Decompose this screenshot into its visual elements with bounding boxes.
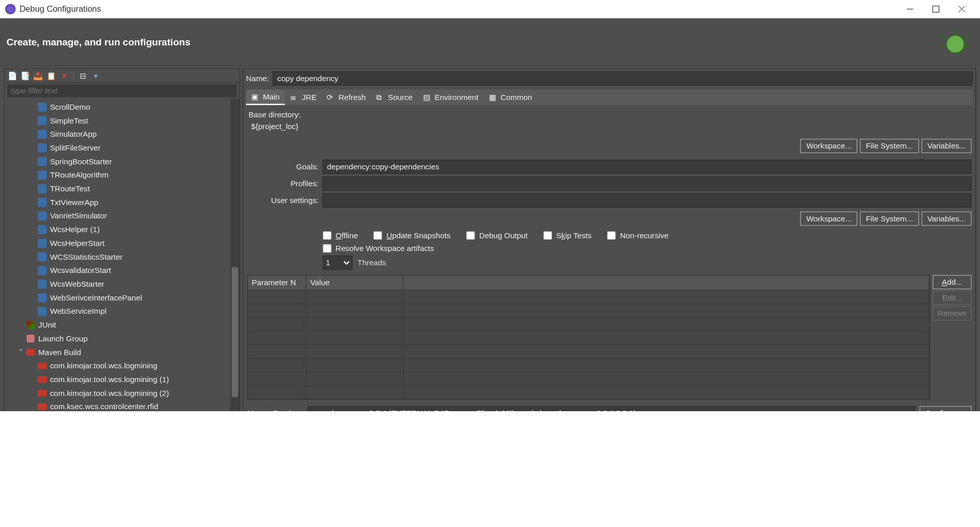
eclipse-icon [5,4,15,14]
close-button[interactable] [949,1,975,17]
tree-item[interactable]: WCSStatisticsStarter [5,250,230,264]
expander-icon[interactable]: ˅ [16,347,26,357]
tree-item[interactable]: TRouteAlgorithm [5,168,230,182]
tab-label: JRE [302,93,316,102]
param-add-button[interactable]: Add... [933,275,971,289]
tree-item[interactable]: WebServiceImpl [5,304,230,318]
minimize-button[interactable] [897,1,923,17]
tree-item[interactable]: SplitFileServer [5,141,230,155]
tree-scrollbar[interactable] [230,98,239,411]
main-tab-icon: ▣ [251,92,260,102]
tab-refresh[interactable]: ⟳Refresh [322,89,371,105]
table-row[interactable] [248,317,929,331]
tree-item[interactable]: ScrollDemo [5,100,230,114]
tree-item[interactable]: com.kimojar.tool.wcs.logmining (1) [5,372,230,386]
update-snapshots-check[interactable]: Update Snapshots [374,231,451,240]
filter-input[interactable] [7,84,237,97]
tab-main[interactable]: ▣Main [246,89,285,105]
tab-common[interactable]: ▦Common [483,89,537,105]
tree-item[interactable]: WcsHelperStart [5,236,230,250]
common-tab-icon: ▦ [489,93,498,102]
table-row[interactable] [248,372,929,386]
j2-icon [37,306,47,316]
tree-item[interactable]: SimpleTest [5,114,230,128]
tree-item[interactable]: WcsHelper (1) [5,222,230,236]
tree-item[interactable]: com.ksec.wcs.controlcenter.rfid [5,399,230,411]
j2-icon [37,115,47,126]
table-row[interactable] [248,358,929,372]
new-config-icon[interactable]: 📄 [7,70,17,81]
tree-item-label: JUnit [38,320,56,329]
svg-line-7 [966,35,970,39]
m2-icon [37,374,47,384]
debug-output-check[interactable]: Debug Output [466,231,527,240]
tree-item[interactable]: Launch Group [5,332,230,345]
j2-icon [37,224,47,234]
tree-item[interactable]: JUnit [5,318,230,332]
tree-item[interactable]: WcsvalidatorStart [5,263,230,277]
collapse-all-icon[interactable]: ⊟ [78,70,88,81]
m2-icon [37,360,47,370]
tab-label: Environment [435,93,479,102]
tree-item-label: TRouteAlgorithm [50,170,108,180]
window-title: Debug Configurations [19,4,101,14]
usersettings-workspace-button[interactable]: Workspace... [800,212,857,226]
configure-button[interactable]: Configure... [920,406,972,411]
tree-item[interactable]: com.kimojar.tool.wcs.logmining [5,359,230,372]
profiles-input[interactable] [323,177,972,191]
offline-check[interactable]: OOfflineffline [323,231,358,240]
tree-item[interactable]: VanrietSimulator [5,209,230,222]
table-row[interactable] [248,331,929,344]
usersettings-input[interactable] [323,193,972,208]
skip-tests-check[interactable]: Skip Tests [543,231,592,240]
goals-input[interactable] [323,160,972,174]
usersettings-label: User settings: [247,196,318,205]
scrollbar-thumb[interactable] [232,267,238,397]
basedir-filesystem-button[interactable]: File System... [860,139,919,153]
tree-item[interactable]: ˅Maven Build [5,345,230,359]
tree-item[interactable]: SimulatorApp [5,127,230,141]
tree-item[interactable]: TRouteTest [5,182,230,195]
tree-item-label: Launch Group [38,334,88,343]
usersettings-filesystem-button[interactable]: File System... [860,212,919,226]
table-row[interactable] [248,344,929,358]
export-icon[interactable]: 📤 [33,70,43,81]
tree-item-label: com.kimojar.tool.wcs.logmining [50,361,157,370]
tree-item[interactable]: WebSerivceInterfacePanel [5,291,230,305]
tree-item-label: WcsHelperStart [50,238,105,247]
launch-icon [26,333,36,343]
profiles-label: Profiles: [247,179,318,188]
configs-tree[interactable]: ScrollDemoSimpleTestSimulatorAppSplitFil… [5,98,230,411]
duplicate-icon[interactable]: 📋 [46,70,56,81]
parameters-table[interactable]: Parameter N Value [247,275,930,399]
tree-item[interactable]: SpringBootStarter [5,155,230,168]
basedir-variables-button[interactable]: Variables... [921,139,971,153]
usersettings-variables-button[interactable]: Variables... [921,212,971,226]
svg-rect-1 [933,6,939,12]
header: Create, manage, and run configurations [0,18,980,65]
tab-source[interactable]: ⧉Source [371,89,418,105]
filter-icon[interactable]: ▾ [91,70,101,81]
table-row[interactable] [248,385,929,399]
table-row[interactable] [248,290,929,304]
table-row[interactable] [248,304,929,317]
tree-item[interactable]: TxtViewerApp [5,195,230,209]
new-prototype-icon[interactable]: 📑 [20,70,30,81]
non-recursive-check[interactable]: Non-recursive [607,231,668,240]
tab-environment[interactable]: ▤Environment [418,89,484,105]
delete-icon[interactable]: ✕ [59,70,69,81]
maximize-button[interactable] [923,1,949,17]
name-input[interactable] [273,71,973,86]
tree-item[interactable]: com.kimojar.tool.wcs.logmining (2) [5,386,230,400]
tree-item-label: TRouteTest [50,184,90,193]
left-panel: 📄 📑 📤 📋 ✕ ⊟ ▾ ScrollDemoSimpleTestSimula… [4,68,240,411]
basedir-workspace-button[interactable]: Workspace... [800,139,857,153]
tab-label: Source [388,93,412,102]
resolve-workspace-check[interactable]: Resolve Workspace artifacts [323,244,738,253]
tree-item[interactable]: WcsWebStarter [5,277,230,291]
j2-icon [37,102,47,112]
runtime-select[interactable]: apache-maven-3.5.4 (EXTERNAL D:\Program … [308,406,916,411]
threads-select[interactable]: 1 [323,256,352,270]
tab-jre[interactable]: ≣JRE [285,89,322,105]
param-remove-button: Remove [933,306,971,320]
